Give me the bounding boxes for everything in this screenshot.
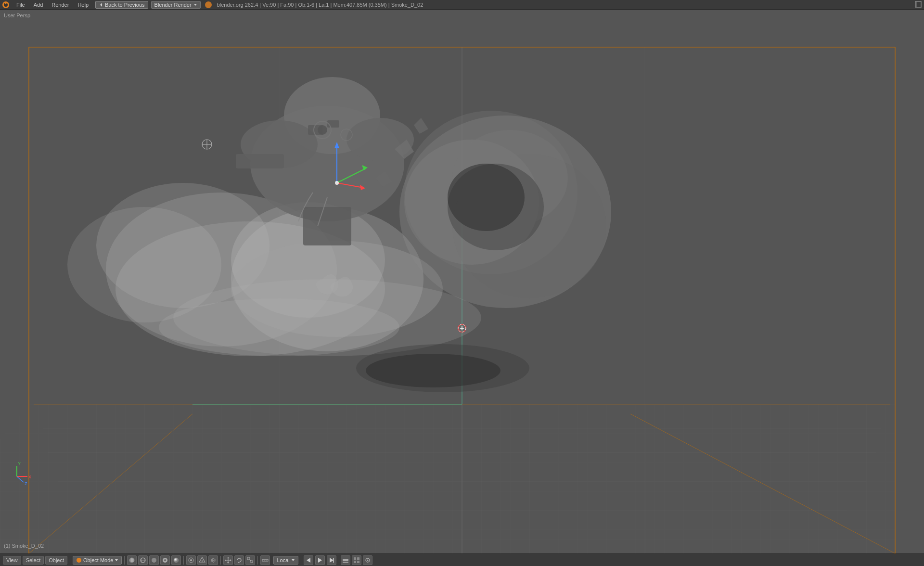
svg-marker-52 [395,140,414,159]
separator-1 [70,556,70,565]
object-mode-icon [76,557,82,563]
svg-marker-54 [414,118,428,134]
svg-rect-117 [343,559,348,560]
next-frame-icon [329,557,334,563]
svg-point-35 [452,154,606,298]
back-to-previous-button[interactable]: Back to Previous [95,1,148,9]
svg-point-30 [231,207,424,351]
svg-point-85 [152,558,156,563]
chevron-down-icon [193,3,197,7]
material-btn[interactable] [171,555,181,565]
menu-help[interactable]: Help [74,1,92,9]
proportional-icon [188,557,194,564]
separator-4 [220,556,221,565]
svg-rect-123 [357,561,359,563]
svg-rect-104 [251,561,253,563]
grid-icon [353,557,360,564]
main-viewport[interactable]: Y X Z User Persp (1) Smoke_D_02 [0,10,924,553]
svg-rect-103 [247,557,250,560]
menu-file[interactable]: File [13,1,29,9]
svg-point-76 [318,125,327,135]
svg-point-61 [335,181,339,185]
svg-point-38 [448,164,544,250]
local-dropdown[interactable]: Local [273,556,298,565]
svg-point-80 [129,558,134,563]
select-menu-btn[interactable]: Select [23,556,44,565]
svg-point-41 [159,298,399,356]
separator-3 [183,556,184,565]
svg-marker-100 [225,559,226,561]
svg-rect-6 [915,1,921,7]
snap-btn[interactable] [197,555,207,565]
window-icon[interactable] [914,0,922,8]
material-icon [173,557,180,564]
svg-text:X: X [28,475,31,479]
scale-icon [247,557,254,564]
grid-toggle-btn[interactable] [352,555,361,565]
solid-btn[interactable] [149,555,159,565]
svg-line-105 [250,560,251,561]
svg-point-33 [399,116,611,308]
menu-render[interactable]: Render [48,1,73,9]
local-chevron-icon [291,558,295,562]
separator-2 [124,556,125,565]
svg-point-31 [231,202,385,318]
svg-rect-118 [343,560,348,561]
svg-point-75 [314,121,331,139]
svg-point-87 [164,559,166,561]
scene-canvas: Y X Z [0,10,924,553]
svg-point-66 [458,324,466,332]
svg-point-78 [77,558,81,563]
svg-marker-3 [100,3,102,7]
scale-tool-btn[interactable] [245,555,255,565]
rotate-tool-btn[interactable] [234,555,244,565]
blender-logo-icon [2,1,10,9]
object-menu-btn[interactable]: Object [45,556,67,565]
sphere-icon [128,557,135,564]
prev-frame-btn[interactable] [304,555,313,565]
svg-marker-79 [115,559,118,561]
svg-marker-56 [334,142,339,148]
svg-marker-4 [194,4,197,6]
viewport-label: User Persp [4,13,30,18]
svg-point-44 [250,106,404,221]
layer-btn[interactable] [341,555,350,565]
menu-add[interactable]: Add [30,1,47,9]
move-tool-btn[interactable] [223,555,233,565]
svg-rect-122 [354,561,356,563]
proportional-editing-btn[interactable] [186,555,196,565]
object-mode-dropdown[interactable]: Object Mode [73,556,122,565]
wireframe-btn[interactable] [138,555,148,565]
settings-btn[interactable] [363,555,372,565]
mirror-btn[interactable] [208,555,218,565]
next-frame-btn[interactable] [327,555,336,565]
play-btn[interactable] [315,555,325,565]
svg-marker-10 [0,404,895,553]
layers-icon [342,557,349,564]
svg-point-43 [366,354,500,387]
svg-rect-119 [343,562,348,563]
back-arrow-icon [99,2,103,7]
svg-point-34 [404,111,578,274]
svg-marker-58 [362,165,368,170]
render-engine-dropdown[interactable]: Blender Render [151,1,201,9]
blender-small-icon [205,1,212,9]
svg-line-15 [630,414,895,553]
view-menu-btn[interactable]: View [3,556,21,565]
ruler-btn[interactable] [260,555,270,565]
svg-point-62 [202,140,212,149]
solid-icon [151,557,157,564]
svg-point-47 [346,118,414,161]
svg-rect-50 [236,154,284,168]
svg-line-73 [17,476,24,482]
svg-marker-53 [375,171,392,187]
svg-point-42 [356,344,529,392]
svg-line-14 [29,414,192,553]
svg-point-45 [284,77,380,154]
svg-point-28 [116,221,385,356]
svg-marker-60 [360,185,365,190]
solid-sphere-btn[interactable] [127,555,137,565]
frame-controls [304,555,336,565]
info-bar: blender.org 262.4 | Ve:90 | Fa:90 | Ob:1… [217,2,424,8]
texture-btn[interactable] [160,555,170,565]
